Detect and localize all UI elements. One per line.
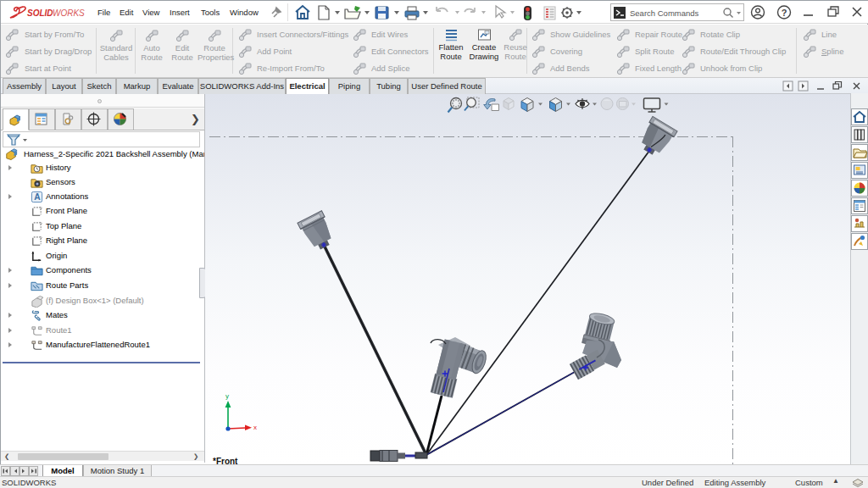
- svg-text:x: x: [253, 424, 257, 431]
- svg-text:y: y: [225, 392, 229, 400]
- svg-text:?: ?: [782, 8, 787, 18]
- svg-text:WORKS: WORKS: [53, 8, 85, 18]
- svg-text:SOLID: SOLID: [27, 8, 53, 18]
- svg-text:A: A: [34, 192, 41, 202]
